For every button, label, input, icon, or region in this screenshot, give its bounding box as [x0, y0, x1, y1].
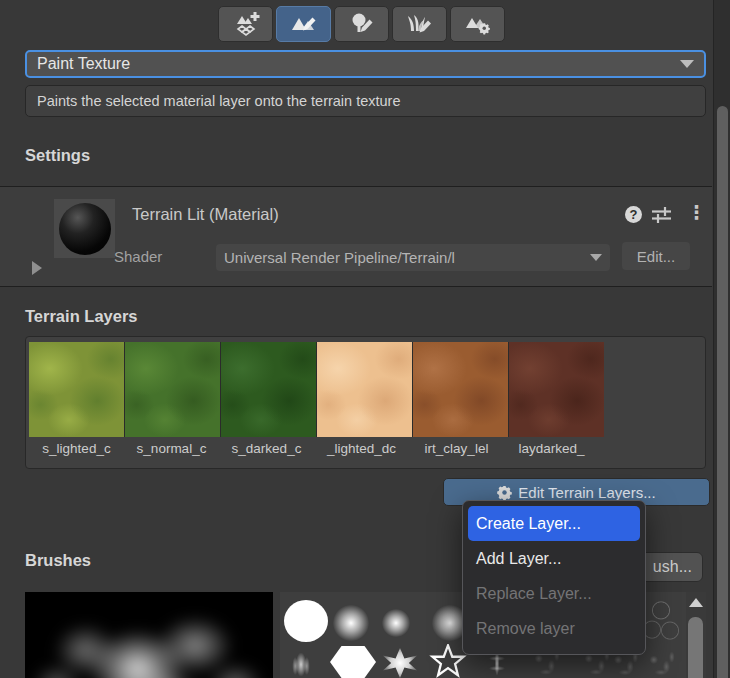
brush-grid-scrollbar	[686, 592, 706, 678]
brush-thumbnail-hexagon[interactable]	[330, 646, 376, 678]
material-header: Terrain Lit (Material) ? ⋮ Shader Univer…	[0, 186, 712, 287]
paint-trees-icon	[348, 12, 376, 36]
brush-cloud-texture	[25, 592, 273, 678]
more-icon[interactable]: ⋮	[687, 201, 706, 224]
terrain-inspector: Paint Texture Paints the selected materi…	[0, 0, 730, 678]
material-title: Terrain Lit (Material)	[132, 205, 279, 224]
inspector-scrollbar-thumb[interactable]	[717, 106, 728, 678]
terrain-layer-name: s_normal_c	[124, 441, 219, 456]
menu-item-add-layer[interactable]: Add Layer...	[463, 541, 645, 576]
terrain-layer-name: _lighted_dc	[314, 441, 409, 456]
terrain-layer-names: s_lighted_c s_normal_c s_darked_c _light…	[29, 441, 604, 456]
terrain-layer-thumbnail[interactable]	[509, 342, 604, 437]
gear-icon	[497, 485, 512, 500]
presets-icon[interactable]	[651, 206, 672, 227]
terrain-layers-heading: Terrain Layers	[25, 307, 138, 326]
terrain-toolbar	[218, 6, 505, 42]
material-preview[interactable]	[54, 199, 115, 258]
inspector-scrollbar	[713, 0, 730, 678]
shader-edit-button[interactable]: Edit...	[622, 242, 690, 270]
brush-thumbnail-texture[interactable]	[643, 650, 679, 678]
brushes-heading: Brushes	[25, 551, 91, 570]
menu-item-create-layer[interactable]: Create Layer...	[468, 506, 640, 541]
paint-details-icon	[406, 12, 434, 36]
tool-mode-value: Paint Texture	[37, 55, 680, 73]
new-brush-button-label: ush...	[653, 558, 692, 576]
shader-dropdown[interactable]: Universal Render Pipeline/Terrain/l	[216, 244, 610, 271]
menu-item-remove-layer: Remove layer	[463, 611, 645, 646]
material-foldout-arrow[interactable]	[32, 261, 42, 275]
tool-description-text: Paints the selected material layer onto …	[37, 93, 401, 109]
tool-mode-dropdown[interactable]: Paint Texture	[25, 50, 706, 78]
terrain-settings-icon	[464, 12, 492, 36]
brush-thumbnail-net[interactable]	[643, 596, 679, 644]
help-icon[interactable]: ?	[625, 206, 642, 223]
brush-scrollbar-thumb[interactable]	[688, 617, 703, 678]
brush-thumbnail-soft-circle[interactable]	[333, 605, 369, 641]
terrain-layer-thumbnail[interactable]	[413, 342, 508, 437]
paint-details-button[interactable]	[392, 6, 447, 42]
terrain-layer-name: laydarked_	[504, 441, 599, 456]
brush-thumbnail-solid-circle[interactable]	[284, 600, 328, 642]
terrain-layer-name: irt_clay_lel	[409, 441, 504, 456]
terrain-layer-thumbnail[interactable]	[29, 342, 124, 437]
terrain-layer-name: s_lighted_c	[29, 441, 124, 456]
create-neighbor-terrains-button[interactable]	[218, 6, 273, 42]
terrain-layer-thumbnail[interactable]	[317, 342, 412, 437]
material-sphere-thumbnail	[59, 203, 111, 255]
brush-thumbnail-flame[interactable]	[285, 648, 317, 678]
brush-thumbnail-starburst[interactable]	[380, 648, 420, 678]
chevron-down-icon	[590, 254, 602, 261]
terrain-layer-thumbnail[interactable]	[125, 342, 220, 437]
paint-trees-button[interactable]	[334, 6, 389, 42]
menu-item-replace-layer: Replace Layer...	[463, 576, 645, 611]
terrain-layer-name: s_darked_c	[219, 441, 314, 456]
layer-context-menu: Create Layer... Add Layer... Replace Lay…	[462, 500, 646, 655]
tool-description-box: Paints the selected material layer onto …	[25, 85, 706, 117]
shader-value: Universal Render Pipeline/Terrain/l	[224, 249, 590, 266]
terrain-layer-thumbnail[interactable]	[221, 342, 316, 437]
brush-thumbnail-soft-dot[interactable]	[382, 609, 410, 637]
selected-brush-preview	[25, 592, 273, 678]
create-neighbor-terrains-icon	[232, 12, 260, 36]
paint-terrain-icon	[290, 12, 318, 36]
scroll-up-arrow-icon[interactable]	[689, 598, 703, 607]
settings-heading: Settings	[25, 146, 90, 165]
chevron-down-icon	[680, 60, 694, 68]
edit-terrain-layers-label: Edit Terrain Layers...	[518, 484, 655, 501]
terrain-settings-button[interactable]	[450, 6, 505, 42]
paint-terrain-button[interactable]	[276, 6, 331, 42]
shader-label: Shader	[114, 248, 162, 265]
terrain-layer-thumbnails	[29, 342, 604, 437]
